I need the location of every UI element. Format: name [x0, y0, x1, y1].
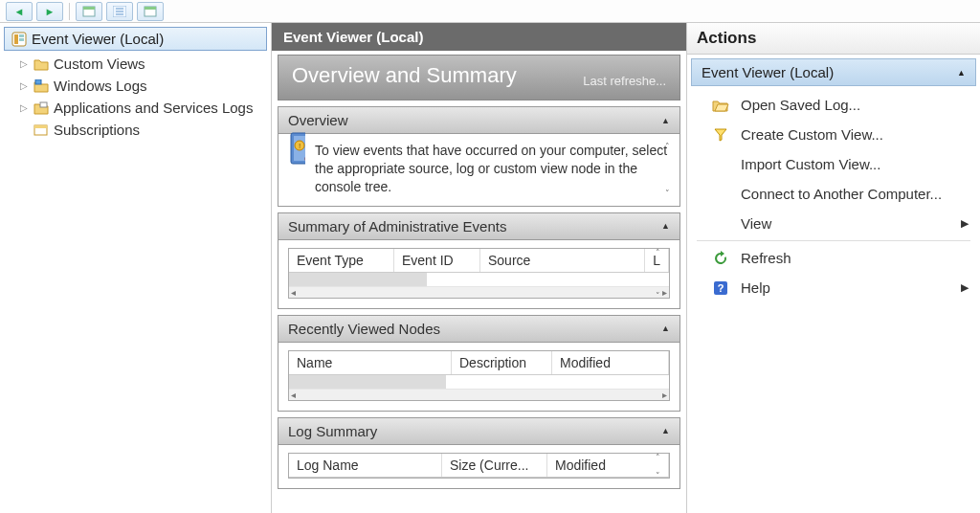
action-label: Import Custom View...	[741, 156, 880, 172]
admin-scrollbar[interactable]: ˄˅	[651, 248, 664, 301]
tree-item-label: Applications and Services Logs	[54, 100, 253, 116]
action-label: Create Custom View...	[741, 126, 883, 143]
action-connect-computer[interactable]: Connect to Another Computer...	[687, 179, 980, 209]
section-admin-header[interactable]: Summary of Administrative Events ▲	[278, 213, 679, 240]
collapse-icon[interactable]: ▲	[661, 221, 670, 231]
tree-item-subscriptions[interactable]: Subscriptions	[0, 119, 271, 141]
collapse-icon[interactable]: ▲	[661, 116, 670, 125]
toolbar: ◄ ►	[0, 0, 980, 23]
log-summary-table: Log Name Size (Curre... Modified	[288, 453, 670, 479]
svg-text:!: !	[299, 142, 301, 150]
collapse-icon[interactable]: ▲	[957, 68, 966, 78]
col-modified[interactable]: Modified	[552, 351, 669, 374]
book-icon: !✕	[288, 142, 305, 157]
section-admin-events: Summary of Administrative Events ▲ Event…	[278, 212, 680, 309]
folder-views-icon	[33, 56, 50, 72]
recent-nodes-table: Name Description Modified ◂▸	[288, 350, 670, 401]
console-tree: Event Viewer (Local) ▷ Custom Views ▷ Wi…	[0, 23, 272, 513]
tree-item-windows-logs[interactable]: ▷ Windows Logs	[0, 75, 271, 97]
col-size[interactable]: Size (Curre...	[442, 454, 547, 477]
tree-root[interactable]: Event Viewer (Local)	[4, 27, 267, 51]
expander-icon[interactable]: ▷	[19, 58, 29, 69]
toolbar-separator	[69, 3, 70, 20]
scroll-down-icon[interactable]: ˅	[665, 189, 670, 198]
actions-title: Actions	[687, 23, 980, 55]
col-log-name[interactable]: Log Name	[289, 454, 442, 477]
blank-icon	[712, 216, 729, 232]
section-overview-header[interactable]: Overview ▲	[278, 107, 679, 134]
action-import-custom-view[interactable]: Import Custom View...	[687, 149, 980, 179]
blank-icon	[712, 187, 729, 202]
svg-rect-12	[35, 79, 41, 84]
app-logs-icon	[33, 100, 50, 116]
event-viewer-icon	[11, 32, 28, 47]
section-overview: Overview ▲ !✕ To view events that have o…	[278, 106, 680, 207]
refresh-icon	[712, 251, 729, 266]
action-create-custom-view[interactable]: Create Custom View...	[687, 120, 980, 149]
log-scrollbar[interactable]: ˄˅	[651, 453, 664, 480]
collapse-icon[interactable]: ▲	[661, 323, 670, 333]
toolbar-btn-1[interactable]	[76, 2, 102, 21]
svg-rect-9	[14, 34, 18, 44]
tree-item-label: Custom Views	[54, 56, 145, 72]
svg-text:?: ?	[718, 282, 724, 294]
svg-rect-7	[145, 7, 156, 10]
expander-icon[interactable]: ▷	[19, 80, 29, 91]
section-header-label: Recently Viewed Nodes	[288, 321, 440, 337]
collapse-icon[interactable]: ▲	[661, 426, 670, 435]
col-event-type[interactable]: Event Type	[289, 249, 394, 272]
col-source[interactable]: Source	[480, 249, 645, 272]
toolbar-back-button[interactable]: ◄	[6, 2, 33, 21]
toolbar-btn-3[interactable]	[137, 2, 164, 21]
table-hscroll[interactable]: ◂▸	[289, 286, 669, 298]
section-header-label: Summary of Administrative Events	[288, 218, 506, 234]
overview-header: Overview and Summary Last refreshe...	[278, 55, 680, 100]
expander-icon[interactable]: ▷	[19, 102, 29, 113]
section-recent-nodes: Recently Viewed Nodes ▲ Name Description…	[278, 315, 680, 412]
scroll-down-icon[interactable]: ˅	[656, 471, 660, 480]
action-open-saved-log[interactable]: Open Saved Log...	[687, 90, 980, 120]
tree-item-custom-views[interactable]: ▷ Custom Views	[0, 53, 271, 75]
section-log-summary: Log Summary ▲ Log Name Size (Curre... Mo…	[278, 417, 680, 489]
scroll-up-icon[interactable]: ˄	[656, 248, 660, 257]
section-recent-header[interactable]: Recently Viewed Nodes ▲	[278, 316, 679, 343]
blank-icon	[712, 157, 729, 172]
svg-rect-15	[34, 125, 47, 128]
scroll-down-icon[interactable]: ˅	[656, 291, 660, 301]
help-icon: ?	[712, 280, 729, 296]
svg-rect-11	[19, 38, 24, 41]
tree-item-label: Windows Logs	[54, 78, 147, 94]
action-view-submenu[interactable]: View ▶	[687, 209, 980, 238]
scroll-up-icon[interactable]: ˄	[656, 453, 660, 462]
section-log-header[interactable]: Log Summary ▲	[278, 418, 679, 445]
section-header-label: Log Summary	[288, 423, 377, 439]
submenu-arrow-icon: ▶	[961, 281, 969, 294]
action-label: Help	[741, 279, 770, 296]
action-label: Open Saved Log...	[741, 97, 860, 113]
svg-rect-1	[83, 7, 95, 10]
overview-scrollbar[interactable]: ˄˅	[660, 142, 674, 198]
tree-root-label: Event Viewer (Local)	[32, 31, 164, 47]
action-refresh[interactable]: Refresh	[687, 243, 980, 273]
submenu-arrow-icon: ▶	[961, 217, 969, 230]
toolbar-fwd-button[interactable]: ►	[36, 2, 63, 21]
action-label: Refresh	[741, 250, 791, 266]
subscriptions-icon	[33, 123, 50, 138]
svg-rect-10	[19, 34, 24, 37]
actions-divider	[697, 240, 970, 241]
overview-heading: Overview and Summary	[292, 63, 517, 88]
action-help[interactable]: ? Help ▶	[687, 273, 980, 302]
table-hscroll[interactable]: ◂▸	[289, 389, 669, 400]
admin-events-table: Event Type Event ID Source L ◂▸	[288, 248, 670, 299]
col-description[interactable]: Description	[452, 351, 552, 374]
toolbar-btn-2[interactable]	[106, 2, 133, 21]
scroll-up-icon[interactable]: ˄	[665, 142, 670, 151]
section-header-label: Overview	[288, 112, 348, 128]
col-name[interactable]: Name	[289, 351, 452, 374]
actions-context-header[interactable]: Event Viewer (Local) ▲	[691, 58, 976, 86]
folder-open-icon	[712, 98, 729, 113]
col-event-id[interactable]: Event ID	[394, 249, 480, 272]
actions-pane: Actions Event Viewer (Local) ▲ Open Save…	[687, 23, 980, 513]
tree-item-app-services-logs[interactable]: ▷ Applications and Services Logs	[0, 97, 271, 119]
svg-rect-13	[40, 102, 47, 107]
